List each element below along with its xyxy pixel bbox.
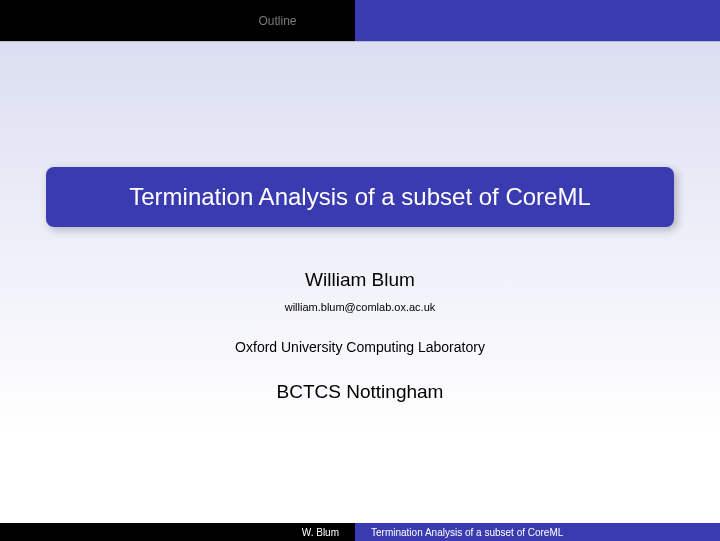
slide-title-box: Termination Analysis of a subset of Core… <box>46 167 674 227</box>
author-name: William Blum <box>305 269 415 291</box>
footer-title: Termination Analysis of a subset of Core… <box>371 527 563 538</box>
nav-right-panel <box>355 0 720 41</box>
slide-content: Termination Analysis of a subset of Core… <box>0 42 720 523</box>
top-navigation-bar: Outline <box>0 0 720 42</box>
venue: BCTCS Nottingham <box>277 381 444 403</box>
footer-bar: W. Blum Termination Analysis of a subset… <box>0 523 720 541</box>
nav-outline-link[interactable]: Outline <box>258 14 296 28</box>
affiliation: Oxford University Computing Laboratory <box>235 339 485 355</box>
footer-author: W. Blum <box>0 527 355 538</box>
slide-title: Termination Analysis of a subset of Core… <box>129 183 591 210</box>
author-email: william.blum@comlab.ox.ac.uk <box>285 301 436 313</box>
footer-title-panel: Termination Analysis of a subset of Core… <box>355 523 720 541</box>
nav-left-panel: Outline <box>0 0 355 41</box>
